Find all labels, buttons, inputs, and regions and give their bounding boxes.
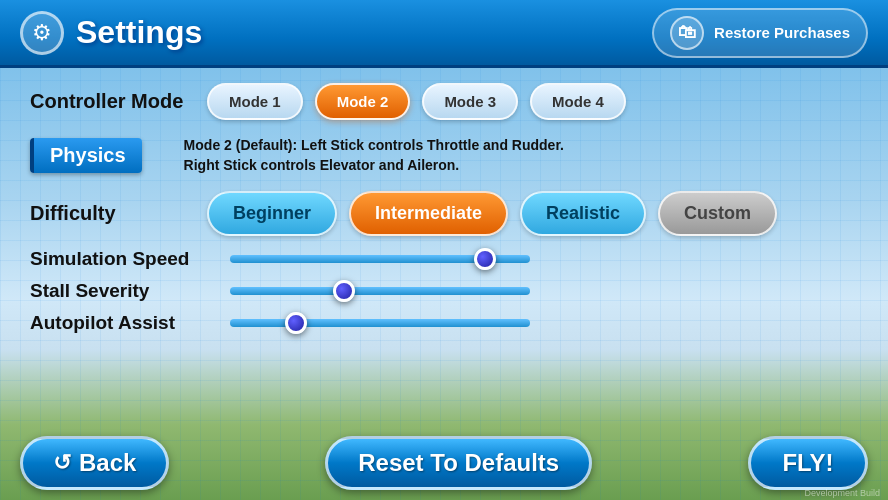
back-button[interactable]: ↺ Back — [20, 436, 169, 490]
restore-purchases-button[interactable]: 🛍 Restore Purchases — [652, 8, 868, 58]
mode-3-button[interactable]: Mode 3 — [422, 83, 518, 120]
physics-label[interactable]: Physics — [30, 138, 142, 173]
reset-label: Reset To Defaults — [358, 449, 559, 477]
stall-severity-slider[interactable] — [230, 284, 530, 298]
mode-4-button[interactable]: Mode 4 — [530, 83, 626, 120]
gear-icon: ⚙ — [20, 11, 64, 55]
header: ⚙ Settings 🛍 Restore Purchases — [0, 0, 888, 68]
autopilot-assist-row: Autopilot Assist — [30, 312, 858, 334]
controller-mode-row: Controller Mode Mode 1 Mode 2 Mode 3 Mod… — [30, 83, 858, 120]
fly-button[interactable]: FLY! — [748, 436, 868, 490]
simulation-speed-thumb[interactable] — [474, 248, 496, 270]
custom-button[interactable]: Custom — [658, 191, 777, 236]
mode-2-button[interactable]: Mode 2 — [315, 83, 411, 120]
simulation-speed-track — [230, 255, 530, 263]
stall-severity-thumb[interactable] — [333, 280, 355, 302]
stall-severity-track-bg — [230, 287, 530, 295]
simulation-speed-label: Simulation Speed — [30, 248, 215, 270]
physics-description-row: Physics Mode 2 (Default): Left Stick con… — [30, 132, 858, 179]
footer: ↺ Back Reset To Defaults FLY! — [0, 426, 888, 500]
reset-button[interactable]: Reset To Defaults — [325, 436, 592, 490]
stall-severity-row: Stall Severity — [30, 280, 858, 302]
back-icon: ↺ — [53, 450, 71, 476]
restore-label: Restore Purchases — [714, 24, 850, 41]
page-title: Settings — [76, 14, 202, 51]
header-title-area: ⚙ Settings — [20, 11, 652, 55]
stall-severity-label: Stall Severity — [30, 280, 215, 302]
realistic-button[interactable]: Realistic — [520, 191, 646, 236]
main-content: Controller Mode Mode 1 Mode 2 Mode 3 Mod… — [0, 68, 888, 359]
controller-mode-label: Controller Mode — [30, 90, 195, 113]
difficulty-label: Difficulty — [30, 202, 195, 225]
intermediate-button[interactable]: Intermediate — [349, 191, 508, 236]
stall-severity-track — [230, 287, 530, 295]
autopilot-assist-slider[interactable] — [230, 316, 530, 330]
back-label: Back — [79, 449, 136, 477]
simulation-speed-slider[interactable] — [230, 252, 530, 266]
mode-description: Mode 2 (Default): Left Stick controls Th… — [154, 132, 574, 179]
mode-1-button[interactable]: Mode 1 — [207, 83, 303, 120]
simulation-speed-row: Simulation Speed — [30, 248, 858, 270]
beginner-button[interactable]: Beginner — [207, 191, 337, 236]
fly-label: FLY! — [782, 449, 833, 477]
autopilot-assist-track-bg — [230, 319, 530, 327]
dev-badge: Development Build — [804, 488, 880, 498]
autopilot-assist-thumb[interactable] — [285, 312, 307, 334]
autopilot-assist-track — [230, 319, 530, 327]
difficulty-row: Difficulty Beginner Intermediate Realist… — [30, 191, 858, 236]
autopilot-assist-label: Autopilot Assist — [30, 312, 215, 334]
restore-icon: 🛍 — [670, 16, 704, 50]
